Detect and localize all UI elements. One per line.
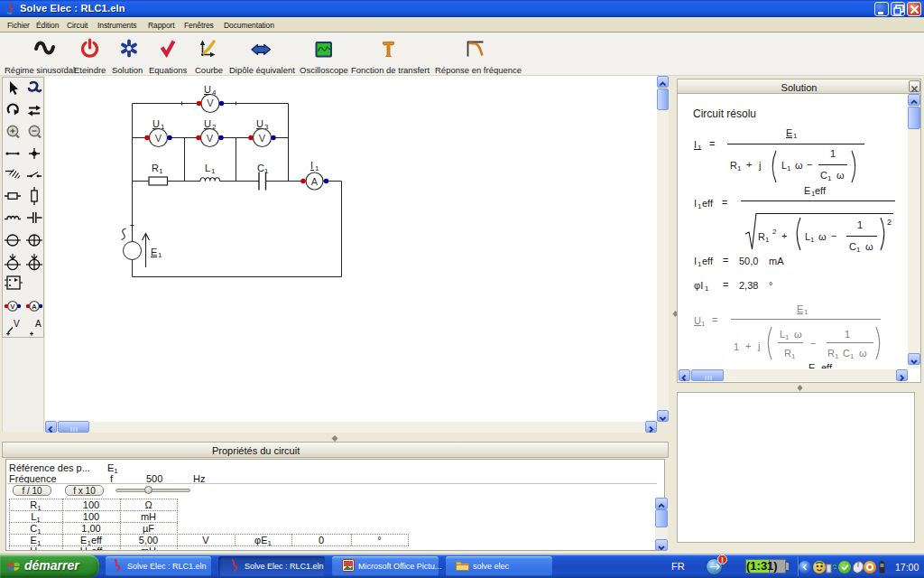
svg-text:−: − xyxy=(810,338,816,349)
svg-text:E: E xyxy=(151,247,157,257)
svg-text:E: E xyxy=(808,362,815,368)
svg-text:R: R xyxy=(730,160,737,171)
svg-text:1: 1 xyxy=(734,341,739,352)
svg-text:eff: eff xyxy=(702,256,714,266)
svg-text:1: 1 xyxy=(845,329,850,340)
svg-text:ω: ω xyxy=(865,241,873,252)
svg-text:1: 1 xyxy=(816,367,820,368)
svg-text:3: 3 xyxy=(264,123,269,131)
svg-text:C: C xyxy=(257,163,264,173)
svg-text:U: U xyxy=(204,84,211,95)
svg-text:1: 1 xyxy=(161,123,165,131)
svg-text:U: U xyxy=(256,118,263,129)
svg-text:ω: ω xyxy=(795,160,803,171)
svg-text:I: I xyxy=(694,256,697,266)
svg-text:A: A xyxy=(35,319,42,329)
svg-text:=: = xyxy=(723,279,728,290)
svg-text:−: − xyxy=(831,230,836,241)
svg-text:ω: ω xyxy=(818,231,827,242)
svg-text:1: 1 xyxy=(737,164,742,172)
svg-text:A: A xyxy=(32,303,37,311)
svg-text:2,38: 2,38 xyxy=(739,280,758,291)
svg-text:U: U xyxy=(152,118,160,129)
svg-text:2: 2 xyxy=(772,228,777,236)
svg-text:°: ° xyxy=(769,280,772,291)
svg-text:eff: eff xyxy=(815,185,827,196)
svg-text:I: I xyxy=(694,139,697,150)
svg-text:R: R xyxy=(152,163,159,173)
svg-text:eff: eff xyxy=(702,198,714,209)
svg-text:Circuit résolu: Circuit résolu xyxy=(693,107,756,120)
svg-text:1: 1 xyxy=(827,174,832,182)
svg-text:=: = xyxy=(712,314,717,325)
svg-text:1: 1 xyxy=(856,246,861,254)
svg-text:1: 1 xyxy=(835,352,839,360)
svg-text:V: V xyxy=(10,303,15,311)
svg-text:ω: ω xyxy=(794,329,802,340)
svg-text:1: 1 xyxy=(315,164,319,172)
svg-text:+: + xyxy=(746,159,752,170)
svg-text:V: V xyxy=(207,133,214,144)
svg-text:1: 1 xyxy=(158,251,162,259)
svg-text:R: R xyxy=(758,231,765,242)
svg-text:j: j xyxy=(757,340,760,351)
svg-text:=: = xyxy=(722,197,727,208)
svg-text:eff: eff xyxy=(821,362,833,368)
svg-text:mA: mA xyxy=(769,256,784,266)
svg-text:1: 1 xyxy=(765,236,770,244)
svg-text:−: − xyxy=(807,159,812,170)
svg-text:U: U xyxy=(204,118,211,129)
svg-text:C: C xyxy=(843,348,850,359)
svg-text:1: 1 xyxy=(791,352,796,360)
svg-text:V: V xyxy=(207,98,214,108)
svg-text:1: 1 xyxy=(787,164,791,172)
svg-text:1: 1 xyxy=(159,167,163,175)
svg-text:I: I xyxy=(310,160,313,171)
svg-text:1: 1 xyxy=(830,148,836,159)
svg-text:1: 1 xyxy=(804,308,808,316)
svg-text:1: 1 xyxy=(211,167,216,175)
svg-text:+: + xyxy=(745,340,751,351)
svg-text:ω: ω xyxy=(836,170,845,181)
svg-text:I: I xyxy=(694,198,697,209)
svg-text:1: 1 xyxy=(698,144,702,152)
svg-text:U: U xyxy=(694,315,701,326)
svg-text:=: = xyxy=(723,255,728,266)
svg-text:ω: ω xyxy=(859,348,867,359)
svg-text:E: E xyxy=(797,303,803,314)
svg-text:+: + xyxy=(781,230,787,241)
svg-text:C: C xyxy=(849,241,856,252)
svg-text:φI: φI xyxy=(694,280,703,291)
svg-text:j: j xyxy=(758,160,761,171)
svg-text:1: 1 xyxy=(264,167,269,175)
svg-text:2: 2 xyxy=(212,123,217,131)
svg-text:A: A xyxy=(311,176,319,187)
svg-text:E: E xyxy=(804,185,810,196)
svg-text:1: 1 xyxy=(701,320,706,328)
svg-text:2: 2 xyxy=(887,218,892,227)
svg-text:50,0: 50,0 xyxy=(739,256,758,266)
svg-text:R: R xyxy=(784,348,791,359)
svg-text:L: L xyxy=(205,163,210,173)
svg-text:V: V xyxy=(14,319,20,329)
svg-text:4: 4 xyxy=(212,89,217,97)
svg-text:1: 1 xyxy=(857,219,863,230)
svg-text:1: 1 xyxy=(793,132,798,140)
svg-text:1: 1 xyxy=(850,352,855,360)
svg-text:1: 1 xyxy=(705,284,709,293)
svg-text:R: R xyxy=(827,348,835,359)
svg-text:=: = xyxy=(709,138,715,149)
svg-text:C: C xyxy=(820,170,827,181)
svg-text:V: V xyxy=(259,133,266,144)
svg-text:1: 1 xyxy=(810,236,815,244)
svg-text:E: E xyxy=(786,127,792,138)
svg-text:V: V xyxy=(155,133,162,144)
svg-text:1: 1 xyxy=(785,333,790,341)
